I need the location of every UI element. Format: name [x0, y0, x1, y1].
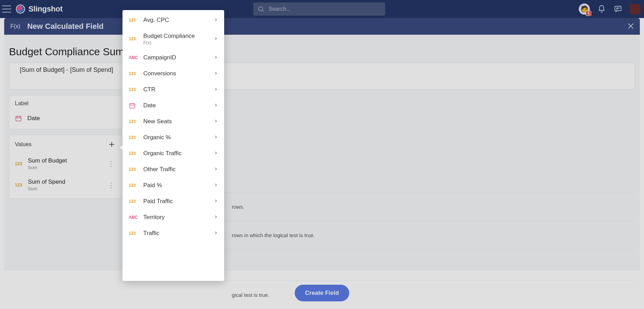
field-name-label: Organic %: [143, 134, 209, 141]
chevron-right-icon: [214, 86, 218, 93]
numeric-type-icon: 123: [129, 36, 138, 41]
field-name-label: Conversions: [143, 70, 209, 77]
field-name-label: Traffic: [143, 230, 209, 237]
chevron-right-icon: [214, 55, 218, 61]
field-picker-item[interactable]: 123 New Seats: [122, 114, 224, 130]
field-name-label: Budget Compliance: [143, 33, 209, 40]
field-picker-item[interactable]: 123 Organic %: [122, 130, 224, 145]
field-name-label: New Seats: [143, 118, 209, 125]
field-name-label: Organic Traffic: [143, 150, 209, 157]
field-picker-item[interactable]: 123 Paid %: [122, 177, 224, 193]
numeric-type-icon: 123: [129, 231, 138, 236]
field-picker-item[interactable]: 123 Avg. CPC: [122, 12, 224, 28]
text-type-icon: ABC: [129, 55, 138, 60]
chevron-right-icon: [214, 36, 218, 42]
field-picker-item[interactable]: 123 Budget Compliance F(x): [122, 28, 224, 50]
field-picker-item[interactable]: ABC Territory: [122, 209, 224, 225]
chevron-right-icon: [214, 182, 218, 189]
chevron-right-icon: [214, 102, 218, 109]
field-name-label: Territory: [143, 214, 209, 221]
field-sub-label: F(x): [143, 40, 209, 45]
modal-scrim[interactable]: [0, 0, 644, 309]
field-name-label: CTR: [143, 86, 209, 93]
numeric-type-icon: 123: [129, 119, 138, 124]
field-picker-item[interactable]: 123 Traffic: [122, 225, 224, 241]
field-name-label: CampaignID: [143, 54, 209, 61]
svg-rect-11: [130, 103, 135, 108]
chevron-right-icon: [214, 150, 218, 157]
field-picker-item[interactable]: 123 CTR: [122, 82, 224, 98]
numeric-type-icon: 123: [129, 71, 138, 76]
field-name-label: Avg. CPC: [143, 17, 209, 24]
calendar-icon: [129, 102, 138, 109]
numeric-type-icon: 123: [129, 183, 138, 188]
field-picker-item[interactable]: 123 Conversions: [122, 66, 224, 82]
field-name-label: Paid Traffic: [143, 198, 209, 205]
chevron-right-icon: [214, 118, 218, 125]
field-picker-item[interactable]: 123 Other Traffic: [122, 161, 224, 177]
chevron-right-icon: [214, 230, 218, 236]
chevron-right-icon: [214, 214, 218, 220]
numeric-type-icon: 123: [129, 151, 138, 156]
field-picker-popover: 123 Avg. CPC 123 Budget Compliance F(x) …: [122, 10, 224, 281]
text-type-icon: ABC: [129, 215, 138, 220]
chevron-right-icon: [214, 70, 218, 77]
field-name-label: Paid %: [143, 182, 209, 189]
field-name-label: Date: [143, 102, 209, 109]
numeric-type-icon: 123: [129, 199, 138, 204]
numeric-type-icon: 123: [129, 18, 138, 23]
field-picker-item[interactable]: Date: [122, 98, 224, 114]
chevron-right-icon: [214, 166, 218, 173]
field-picker-item[interactable]: 123 Paid Traffic: [122, 193, 224, 209]
field-picker-item[interactable]: 123 Organic Traffic: [122, 145, 224, 161]
numeric-type-icon: 123: [129, 167, 138, 172]
numeric-type-icon: 123: [129, 87, 138, 92]
numeric-type-icon: 123: [129, 135, 138, 140]
field-picker-item[interactable]: ABC CampaignID: [122, 50, 224, 66]
chevron-right-icon: [214, 134, 218, 141]
chevron-right-icon: [214, 17, 218, 23]
chevron-right-icon: [214, 198, 218, 204]
field-name-label: Other Traffic: [143, 166, 209, 173]
